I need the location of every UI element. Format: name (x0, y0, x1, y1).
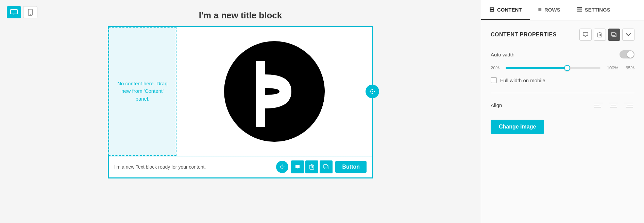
props-comment-button[interactable] (579, 29, 592, 41)
svg-rect-0 (11, 10, 17, 14)
slider-thumb[interactable] (564, 65, 570, 71)
button-block[interactable]: Button (335, 161, 367, 173)
full-width-mobile-row: Full width on mobile (491, 77, 634, 83)
slider-max-label: 100% (605, 65, 618, 70)
slider-track[interactable] (506, 67, 600, 69)
align-line (594, 105, 599, 105)
slider-fill (506, 67, 567, 69)
move-icon (369, 88, 376, 95)
tab-content-label: CONTENT (497, 7, 522, 13)
duplicate-button[interactable] (320, 160, 333, 173)
svg-point-5 (224, 41, 325, 142)
right-tabs: ⊞ CONTENT ≡ ROWS ☰ SETTINGS (481, 0, 644, 20)
align-line (624, 103, 633, 103)
auto-width-toggle[interactable] (620, 50, 634, 58)
svg-point-4 (30, 14, 31, 15)
logo-image (223, 40, 325, 142)
svg-rect-16 (598, 33, 602, 37)
align-line (610, 107, 617, 107)
tab-rows[interactable]: ≡ ROWS (530, 0, 569, 20)
svg-rect-22 (612, 32, 615, 36)
svg-rect-6 (256, 61, 265, 127)
props-header: CONTENT PROPERTIES (491, 29, 634, 41)
empty-column[interactable]: No content here. Drag new from 'Content'… (108, 27, 176, 156)
mobile-view-button[interactable] (23, 6, 37, 18)
settings-tab-icon: ☰ (577, 6, 582, 13)
tab-rows-label: ROWS (544, 7, 560, 13)
props-collapse-button[interactable] (622, 29, 634, 41)
divider (491, 93, 634, 93)
auto-width-label: Auto width (491, 52, 514, 57)
tab-content[interactable]: ⊞ CONTENT (481, 0, 530, 20)
svg-rect-9 (310, 165, 314, 169)
align-line (594, 107, 601, 107)
right-panel: ⊞ CONTENT ≡ ROWS ☰ SETTINGS CONTENT PROP… (481, 0, 644, 223)
text-block[interactable]: I'm a new Text block ready for your cont… (114, 164, 273, 170)
image-column (176, 27, 372, 156)
text-toolbar (291, 160, 333, 173)
full-width-mobile-label: Full width on mobile (500, 78, 545, 83)
comment-props-icon (583, 32, 588, 37)
desktop-view-button[interactable] (7, 6, 21, 18)
align-row: Align (491, 100, 634, 110)
trash-props-icon (597, 32, 602, 37)
canvas-area: No content here. Drag new from 'Content'… (108, 26, 373, 178)
content-tab-icon: ⊞ (489, 6, 494, 13)
full-width-mobile-checkbox[interactable] (491, 77, 497, 83)
comment-icon (295, 164, 300, 170)
device-toolbar (7, 6, 37, 18)
left-panel: I'm a new title block No content here. D… (0, 0, 481, 223)
props-delete-button[interactable] (594, 29, 606, 41)
page-title: I'm a new title block (199, 10, 282, 21)
align-label: Align (491, 102, 502, 108)
align-line (627, 105, 633, 105)
align-center-button[interactable] (607, 100, 620, 110)
slider-min-label: 20% (491, 65, 502, 70)
rows-tab-icon: ≡ (538, 6, 542, 13)
svg-rect-7 (372, 91, 373, 92)
properties-panel: CONTENT PROPERTIES (481, 20, 644, 223)
align-line (594, 103, 603, 103)
empty-column-message: No content here. Drag new from 'Content'… (116, 80, 169, 103)
tab-settings[interactable]: ☰ SETTINGS (569, 0, 618, 20)
duplicate-icon (323, 164, 329, 170)
slider-value: 65% (622, 65, 634, 70)
content-row: No content here. Drag new from 'Content'… (108, 27, 372, 156)
props-title: CONTENT PROPERTIES (491, 32, 557, 38)
align-line (609, 103, 618, 103)
toggle-knob (627, 51, 634, 58)
align-line (626, 107, 633, 107)
align-line (611, 105, 616, 105)
auto-width-row: Auto width (491, 50, 634, 58)
align-right-button[interactable] (622, 100, 634, 110)
text-row: I'm a new Text block ready for your cont… (108, 156, 372, 178)
duplicate-props-icon (611, 32, 617, 37)
move-icon-text (279, 164, 285, 170)
width-slider-row: 20% 100% 65% (491, 65, 634, 70)
comment-button[interactable] (291, 160, 304, 173)
move-handle[interactable] (366, 85, 379, 98)
mobile-icon (28, 9, 33, 16)
align-left-button[interactable] (592, 100, 605, 110)
trash-icon (309, 164, 314, 170)
svg-rect-8 (282, 167, 283, 167)
desktop-icon (10, 9, 18, 15)
chevron-down-icon (626, 33, 631, 36)
delete-button[interactable] (305, 160, 318, 173)
change-image-button[interactable]: Change image (491, 120, 544, 134)
props-actions (579, 29, 634, 41)
tab-settings-label: SETTINGS (585, 7, 610, 13)
svg-rect-15 (324, 165, 327, 168)
text-move-handle[interactable] (276, 161, 288, 173)
props-duplicate-button[interactable] (608, 29, 620, 41)
align-buttons (592, 100, 634, 110)
